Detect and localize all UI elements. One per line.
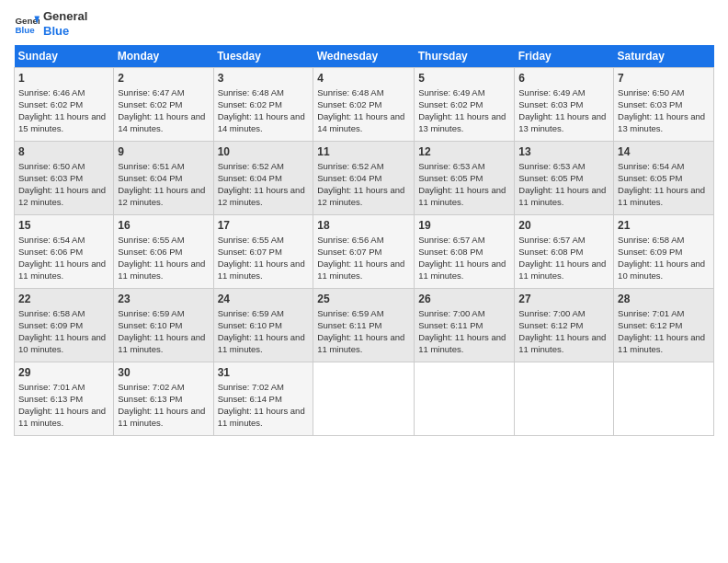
calendar-cell: 21Sunrise: 6:58 AMSunset: 6:09 PMDayligh… (614, 215, 714, 289)
page-container: General Blue General Blue SundayMondayTu… (0, 0, 728, 445)
day-info-line: Daylight: 11 hours and 14 minutes. (218, 111, 310, 135)
calendar-week-row: 8Sunrise: 6:50 AMSunset: 6:03 PMDaylight… (15, 142, 714, 215)
column-header-saturday: Saturday (614, 45, 714, 68)
day-info-line: Daylight: 11 hours and 13 minutes. (518, 111, 609, 135)
day-info-line: Sunrise: 6:59 AM (218, 308, 310, 320)
column-header-friday: Friday (515, 45, 614, 68)
day-info-line: Sunset: 6:02 PM (18, 99, 109, 111)
calendar-cell: 13Sunrise: 6:53 AMSunset: 6:05 PMDayligh… (515, 142, 614, 215)
calendar-cell: 15Sunrise: 6:54 AMSunset: 6:06 PMDayligh… (15, 215, 114, 289)
day-info-line: Sunrise: 6:48 AM (317, 87, 410, 99)
day-number: 27 (518, 292, 609, 306)
day-info-line: Sunrise: 6:58 AM (18, 308, 109, 320)
day-info-line: Sunrise: 6:52 AM (317, 161, 410, 173)
day-info-line: Sunset: 6:10 PM (118, 320, 209, 332)
day-info-line: Sunset: 6:08 PM (418, 247, 510, 259)
calendar-cell (415, 362, 515, 436)
day-info-line: Sunrise: 6:47 AM (118, 87, 209, 99)
day-info-line: Sunset: 6:04 PM (317, 173, 410, 185)
day-info-line: Sunrise: 6:49 AM (518, 87, 609, 99)
calendar-cell (515, 362, 614, 436)
day-info-line: Sunset: 6:05 PM (618, 173, 710, 185)
column-header-thursday: Thursday (415, 45, 515, 68)
day-info-line: Daylight: 11 hours and 11 minutes. (418, 185, 510, 209)
calendar-week-row: 15Sunrise: 6:54 AMSunset: 6:06 PMDayligh… (15, 215, 714, 289)
calendar-cell: 6Sunrise: 6:49 AMSunset: 6:03 PMDaylight… (515, 68, 614, 142)
calendar-cell: 25Sunrise: 6:59 AMSunset: 6:11 PMDayligh… (313, 289, 415, 362)
day-info-line: Daylight: 11 hours and 11 minutes. (317, 259, 410, 282)
day-number: 23 (118, 292, 209, 306)
day-info-line: Sunset: 6:11 PM (418, 320, 510, 332)
day-info-line: Sunrise: 6:59 AM (317, 308, 410, 320)
day-info-line: Sunset: 6:06 PM (118, 247, 209, 259)
calendar-week-row: 1Sunrise: 6:46 AMSunset: 6:02 PMDaylight… (15, 68, 714, 142)
day-info-line: Daylight: 11 hours and 10 minutes. (18, 332, 109, 356)
day-number: 7 (618, 71, 710, 86)
day-info-line: Sunset: 6:11 PM (317, 320, 410, 332)
calendar-cell: 27Sunrise: 7:00 AMSunset: 6:12 PMDayligh… (515, 289, 614, 362)
day-info-line: Sunrise: 7:02 AM (118, 382, 209, 394)
day-number: 25 (317, 292, 410, 306)
calendar-table: SundayMondayTuesdayWednesdayThursdayFrid… (14, 45, 714, 436)
calendar-cell: 5Sunrise: 6:49 AMSunset: 6:02 PMDaylight… (415, 68, 515, 142)
calendar-cell: 28Sunrise: 7:01 AMSunset: 6:12 PMDayligh… (614, 289, 714, 362)
day-info-line: Sunrise: 7:01 AM (18, 382, 109, 394)
calendar-week-row: 29Sunrise: 7:01 AMSunset: 6:13 PMDayligh… (15, 362, 714, 436)
day-number: 4 (317, 71, 410, 86)
logo: General Blue General Blue (14, 9, 87, 38)
day-number: 17 (218, 218, 310, 233)
calendar-cell: 2Sunrise: 6:47 AMSunset: 6:02 PMDaylight… (114, 68, 213, 142)
logo-text: General Blue (43, 9, 87, 38)
calendar-cell: 10Sunrise: 6:52 AMSunset: 6:04 PMDayligh… (213, 142, 313, 215)
day-number: 12 (418, 144, 510, 159)
day-info-line: Sunrise: 7:00 AM (518, 308, 609, 320)
calendar-cell: 18Sunrise: 6:56 AMSunset: 6:07 PMDayligh… (313, 215, 415, 289)
day-info-line: Sunrise: 6:50 AM (618, 87, 710, 99)
calendar-cell: 4Sunrise: 6:48 AMSunset: 6:02 PMDaylight… (313, 68, 415, 142)
day-number: 22 (18, 292, 109, 306)
day-info-line: Sunrise: 6:55 AM (118, 235, 209, 247)
day-info-line: Sunrise: 6:55 AM (218, 235, 310, 247)
day-info-line: Sunset: 6:08 PM (518, 247, 609, 259)
day-number: 14 (618, 144, 710, 159)
day-info-line: Sunrise: 6:59 AM (118, 308, 209, 320)
day-info-line: Sunrise: 6:54 AM (18, 235, 109, 247)
day-number: 21 (618, 218, 710, 233)
day-info-line: Daylight: 11 hours and 14 minutes. (118, 111, 209, 135)
day-info-line: Sunset: 6:05 PM (518, 173, 609, 185)
day-info-line: Daylight: 11 hours and 11 minutes. (518, 185, 609, 209)
day-info-line: Sunset: 6:04 PM (218, 173, 310, 185)
calendar-cell: 8Sunrise: 6:50 AMSunset: 6:03 PMDaylight… (15, 142, 114, 215)
day-info-line: Daylight: 11 hours and 11 minutes. (118, 259, 209, 282)
day-info-line: Sunset: 6:02 PM (418, 99, 510, 111)
column-header-tuesday: Tuesday (213, 45, 313, 68)
day-info-line: Sunset: 6:10 PM (218, 320, 310, 332)
day-info-line: Daylight: 11 hours and 11 minutes. (18, 406, 109, 430)
day-info-line: Sunset: 6:14 PM (218, 394, 310, 406)
calendar-cell: 31Sunrise: 7:02 AMSunset: 6:14 PMDayligh… (213, 362, 313, 436)
calendar-cell: 22Sunrise: 6:58 AMSunset: 6:09 PMDayligh… (15, 289, 114, 362)
day-info-line: Daylight: 11 hours and 11 minutes. (118, 406, 209, 430)
day-number: 24 (218, 292, 310, 306)
day-info-line: Daylight: 11 hours and 12 minutes. (18, 185, 109, 209)
day-info-line: Daylight: 11 hours and 13 minutes. (618, 111, 710, 135)
calendar-cell: 3Sunrise: 6:48 AMSunset: 6:02 PMDaylight… (213, 68, 313, 142)
day-number: 19 (418, 218, 510, 233)
day-number: 28 (618, 292, 710, 306)
day-info-line: Sunrise: 7:01 AM (618, 308, 710, 320)
day-info-line: Sunrise: 6:54 AM (618, 161, 710, 173)
calendar-cell: 11Sunrise: 6:52 AMSunset: 6:04 PMDayligh… (313, 142, 415, 215)
day-info-line: Daylight: 11 hours and 11 minutes. (218, 406, 310, 430)
day-number: 9 (118, 144, 209, 159)
day-number: 30 (118, 365, 209, 380)
day-number: 20 (518, 218, 609, 233)
day-info-line: Daylight: 11 hours and 13 minutes. (418, 111, 510, 135)
calendar-cell: 17Sunrise: 6:55 AMSunset: 6:07 PMDayligh… (213, 215, 313, 289)
day-number: 15 (18, 218, 109, 233)
day-number: 3 (218, 71, 310, 86)
day-info-line: Sunset: 6:07 PM (218, 247, 310, 259)
day-info-line: Sunrise: 6:51 AM (118, 161, 209, 173)
calendar-cell: 9Sunrise: 6:51 AMSunset: 6:04 PMDaylight… (114, 142, 213, 215)
day-info-line: Sunset: 6:13 PM (18, 394, 109, 406)
day-info-line: Daylight: 11 hours and 11 minutes. (618, 185, 710, 209)
